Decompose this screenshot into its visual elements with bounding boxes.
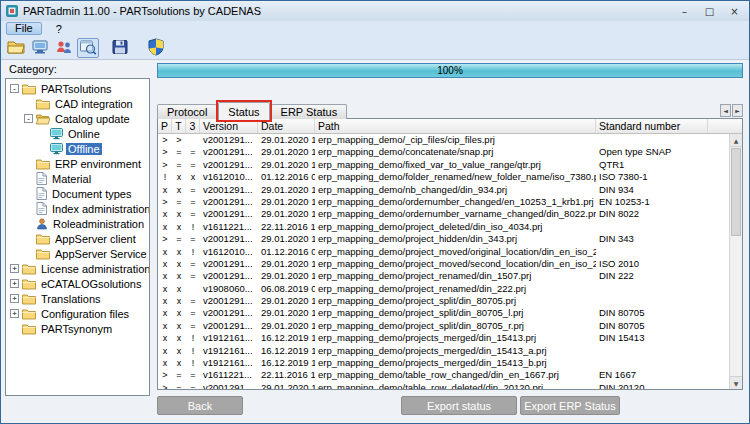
close-button[interactable]: ×	[722, 3, 747, 19]
table-row[interactable]: xx=v2001291...29.01.2020 10:...erp_mappi…	[158, 307, 729, 319]
tree-item-label: ERP environment	[53, 158, 143, 170]
table-row[interactable]: >==v1611221...22.11.2016 12:...erp_mappi…	[158, 369, 729, 381]
table-row[interactable]: !xxv1612010...01.12.2016 09:...erp_mappi…	[158, 171, 729, 183]
cell-date: 22.11.2016 12:...	[258, 221, 315, 233]
column-header-p[interactable]: P	[158, 119, 172, 133]
export-status-button[interactable]: Export status	[401, 396, 517, 415]
tree-item-license-administration[interactable]: +License administration	[6, 261, 149, 276]
table-row[interactable]: xx=v2001291...29.01.2020 10:...erp_mappi…	[158, 184, 729, 196]
tab-scroll-right-icon[interactable]: ►	[732, 104, 743, 117]
tree-item-appserver-service[interactable]: AppServer Service	[6, 246, 149, 261]
shield-button[interactable]	[145, 38, 167, 58]
tree-item-catalog-update[interactable]: -Catalog update	[6, 111, 149, 126]
table-row[interactable]: xx=v2001291...29.01.2020 10:...erp_mappi…	[158, 270, 729, 282]
table-row[interactable]: xx=v2001291...29.01.2020 10:...erp_mappi…	[158, 295, 729, 307]
tree-item-document-types[interactable]: Document types	[6, 186, 149, 201]
tab-label: Protocol	[167, 106, 207, 118]
table-row[interactable]: xx!v1912161...16.12.2019 12:...erp_mappi…	[158, 357, 729, 369]
minimize-button[interactable]: –	[672, 3, 697, 19]
column-header-t[interactable]: T	[172, 119, 186, 133]
search-button[interactable]	[77, 38, 99, 58]
expand-icon[interactable]: +	[10, 264, 19, 273]
toolbar	[1, 36, 749, 60]
cell-3: =	[186, 196, 200, 208]
collapse-icon[interactable]: -	[24, 114, 33, 123]
tab-status[interactable]: Status	[218, 102, 269, 120]
save-button[interactable]	[109, 38, 131, 58]
tree-item-cad-integration[interactable]: CAD integration	[6, 96, 149, 111]
scroll-up-icon[interactable]: ▲	[730, 134, 742, 147]
tree-item-offline[interactable]: Offline	[6, 141, 149, 156]
table-row[interactable]: >>v2001291...29.01.2020 10:...erp_mappin…	[158, 134, 729, 146]
table-row[interactable]: xx=v2001291...29.01.2020 10:...erp_mappi…	[158, 208, 729, 220]
users-button[interactable]	[53, 38, 75, 58]
menu-help[interactable]: ?	[52, 23, 66, 35]
cell-version: v1912161...	[200, 357, 258, 369]
cell-standard-number: DIN 80705	[596, 307, 708, 319]
vertical-scrollbar[interactable]: ▲ ▼	[729, 134, 742, 389]
table-row[interactable]: xxv1908060...06.08.2019 08:...erp_mappin…	[158, 283, 729, 295]
cell-standard-number: Open type SNAP	[596, 146, 708, 158]
cell-version: v1612010...	[200, 171, 258, 183]
table-row[interactable]: xx!v1912161...16.12.2019 12:...erp_mappi…	[158, 345, 729, 357]
cell-path: erp_mapping_demo/_cip_files/cip_files.pr…	[315, 134, 596, 146]
tree-item-configuration-files[interactable]: +Configuration files	[6, 306, 149, 321]
column-header-version[interactable]: Version	[200, 119, 258, 133]
tab-erp-status[interactable]: ERP Status	[271, 104, 348, 119]
category-label: Category:	[9, 63, 57, 75]
table-row[interactable]: xx=v2001291...29.01.2020 10:...erp_mappi…	[158, 258, 729, 270]
column-header-standard-number[interactable]: Standard number	[596, 119, 708, 133]
table-row[interactable]: >==v2001291...29.01.2020 10:...erp_mappi…	[158, 233, 729, 245]
cell-date: 29.01.2020 10:...	[258, 307, 315, 319]
cell-version: v2001291...	[200, 258, 258, 270]
column-header-date[interactable]: Date	[258, 119, 315, 133]
expand-icon[interactable]: +	[10, 279, 19, 288]
scroll-down-icon[interactable]: ▼	[730, 376, 742, 389]
cell-date: 29.01.2020 10:...	[258, 233, 315, 245]
scrollbar-thumb[interactable]	[731, 148, 741, 236]
tree-item-partsolutions[interactable]: -PARTsolutions	[6, 81, 149, 96]
expand-icon[interactable]: +	[10, 294, 19, 303]
menu-file[interactable]: File	[6, 22, 42, 35]
tab-scroll-left-icon[interactable]: ◄	[720, 104, 731, 117]
table-row[interactable]: xx=v2001291...29.01.2020 10:...erp_mappi…	[158, 320, 729, 332]
back-button[interactable]: Back	[157, 396, 243, 415]
tree-item-label: Index administration	[50, 203, 150, 215]
cell-path: erp_mapping_demo/ordernumber_changed/en_…	[315, 196, 596, 208]
cell-3: =	[186, 307, 200, 319]
table-row[interactable]: >==v2001291...29.01.2020 10:...erp_mappi…	[158, 382, 729, 389]
expand-icon[interactable]: +	[10, 309, 19, 318]
export-erp-status-button[interactable]: Export ERP Status	[520, 396, 620, 415]
table-row[interactable]: >==v2001291...29.01.2020 10:...erp_mappi…	[158, 146, 729, 158]
tree-item-erp-environment[interactable]: ERP environment	[6, 156, 149, 171]
table-row[interactable]: >==v2001291...29.01.2020 10:...erp_mappi…	[158, 159, 729, 171]
table-row[interactable]: >==v2001291...29.01.2020 10:...erp_mappi…	[158, 196, 729, 208]
table-row[interactable]: xx!v1611221...22.11.2016 12:...erp_mappi…	[158, 221, 729, 233]
cell-path: erp_mapping_demo/project_moved/original_…	[315, 246, 596, 258]
computer-button[interactable]	[29, 38, 51, 58]
column-header-3[interactable]: 3	[186, 119, 200, 133]
cell-path: erp_mapping_demo/project_moved/second_lo…	[315, 258, 596, 270]
tree-item-index-administration[interactable]: Index administration	[6, 201, 149, 216]
tab-protocol[interactable]: Protocol	[157, 104, 217, 119]
collapse-icon[interactable]: -	[10, 84, 19, 93]
tree-item-label: Offline	[66, 143, 102, 155]
table-row[interactable]: xx!v1612010...01.12.2016 09:...erp_mappi…	[158, 246, 729, 258]
open-folder-button[interactable]	[5, 38, 27, 58]
cell-version: v1611221...	[200, 369, 258, 381]
table-row[interactable]: xx!v1912161...16.12.2019 12:...erp_mappi…	[158, 332, 729, 344]
tree-item-online[interactable]: Online	[6, 126, 149, 141]
tree-item-ecatalogsolutions[interactable]: +eCATALOGsolutions	[6, 276, 149, 291]
folder-open-icon	[36, 113, 50, 125]
tree-item-translations[interactable]: +Translations	[6, 291, 149, 306]
column-header-path[interactable]: Path	[315, 119, 596, 133]
folder-icon	[36, 98, 50, 110]
cell-date: 01.12.2016 09:...	[258, 171, 315, 183]
tree-item-material[interactable]: Material	[6, 171, 149, 186]
cell-version: v2001291...	[200, 233, 258, 245]
tree-item-partsynonym[interactable]: PARTsynonym	[6, 321, 149, 336]
maximize-button[interactable]: □	[697, 3, 722, 19]
tree-item-roleadministration[interactable]: Roleadministration	[6, 216, 149, 231]
cell-t: =	[172, 146, 186, 158]
tree-item-appserver-client[interactable]: AppServer client	[6, 231, 149, 246]
